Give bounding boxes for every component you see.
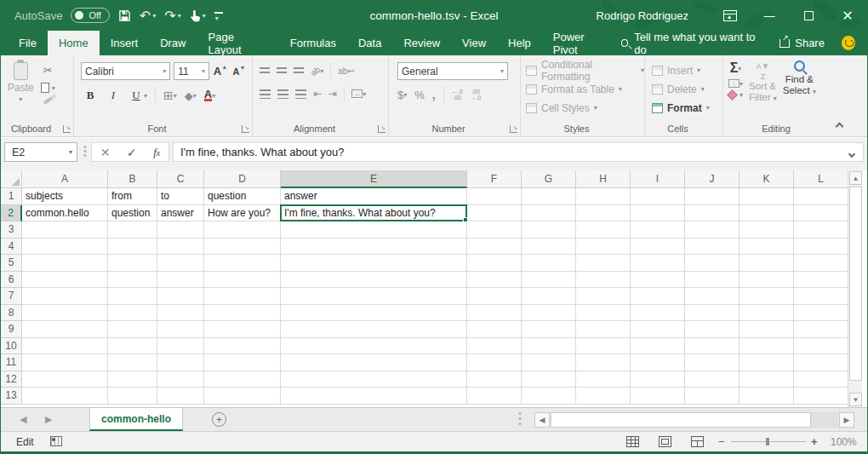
cell-G1[interactable] bbox=[522, 188, 576, 205]
font-color-button[interactable]: A▾ bbox=[204, 89, 215, 101]
redo-button[interactable]: ↷▾ bbox=[164, 8, 180, 24]
cell-K11[interactable] bbox=[740, 354, 794, 371]
number-dialog-launcher[interactable]: ↘ bbox=[510, 125, 517, 133]
column-header-K[interactable]: K bbox=[740, 170, 794, 188]
fill-handle[interactable] bbox=[463, 217, 468, 222]
cell-E9[interactable] bbox=[281, 321, 467, 338]
column-header-D[interactable]: D bbox=[204, 170, 281, 188]
cell-J6[interactable] bbox=[685, 272, 740, 289]
cell-B2[interactable]: question bbox=[108, 205, 157, 222]
cell-C11[interactable] bbox=[157, 354, 204, 371]
row-header-9[interactable]: 9 bbox=[1, 321, 22, 338]
horizontal-scrollbar-thumb[interactable] bbox=[551, 412, 811, 428]
cell-A5[interactable] bbox=[22, 255, 108, 272]
cell-I11[interactable] bbox=[631, 354, 685, 371]
cell-G5[interactable] bbox=[522, 255, 576, 272]
cell-E1[interactable]: answer bbox=[281, 188, 467, 205]
cell-H9[interactable] bbox=[576, 321, 631, 338]
cell-I9[interactable] bbox=[631, 321, 685, 338]
sort-filter-button[interactable]: A▼ Z Sort &Filter ▾ bbox=[749, 60, 777, 104]
comma-style-button[interactable]: , bbox=[432, 88, 436, 101]
cell-K8[interactable] bbox=[740, 305, 794, 322]
cell-A2[interactable]: common.hello bbox=[22, 205, 108, 222]
cell-B13[interactable] bbox=[108, 388, 157, 405]
cell-H2[interactable] bbox=[576, 205, 631, 222]
cell-J9[interactable] bbox=[685, 321, 740, 338]
cell-L1[interactable] bbox=[794, 188, 848, 205]
cell-L6[interactable] bbox=[794, 272, 848, 289]
find-select-button[interactable]: Find &Select ▾ bbox=[783, 60, 816, 97]
bold-button[interactable]: B bbox=[83, 87, 98, 104]
tab-help[interactable]: Help bbox=[497, 31, 542, 55]
name-box-caret-icon[interactable]: ▾ bbox=[69, 148, 72, 156]
cell-F9[interactable] bbox=[467, 321, 522, 338]
cell-I13[interactable] bbox=[631, 388, 685, 405]
insert-cells-button[interactable]: Insert▾ bbox=[652, 62, 700, 78]
normal-view-button[interactable] bbox=[626, 436, 639, 447]
tab-review[interactable]: Review bbox=[392, 31, 451, 55]
cell-K9[interactable] bbox=[740, 321, 794, 338]
minimize-button[interactable]: — bbox=[750, 0, 789, 31]
cell-A7[interactable] bbox=[22, 288, 108, 305]
cell-K4[interactable] bbox=[740, 238, 794, 256]
autosave-toggle[interactable]: Off bbox=[71, 8, 109, 23]
cell-L3[interactable] bbox=[794, 221, 848, 238]
row-header-4[interactable]: 4 bbox=[1, 238, 22, 256]
cell-B10[interactable] bbox=[108, 338, 157, 355]
cell-styles-button[interactable]: Cell Styles▾ bbox=[526, 100, 597, 116]
cell-H3[interactable] bbox=[576, 221, 631, 238]
cell-B6[interactable] bbox=[108, 272, 157, 289]
prev-sheet-icon[interactable]: ◀ bbox=[20, 414, 26, 425]
tell-me-search[interactable]: Tell me what you want to do bbox=[621, 31, 763, 56]
cell-B12[interactable] bbox=[108, 371, 157, 388]
cell-J4[interactable] bbox=[685, 238, 740, 256]
cell-L13[interactable] bbox=[794, 388, 848, 405]
cell-H13[interactable] bbox=[576, 388, 631, 405]
row-header-1[interactable]: 1 bbox=[1, 188, 22, 205]
font-size-combobox[interactable]: 11▾ bbox=[174, 62, 209, 80]
cell-A8[interactable] bbox=[22, 305, 108, 322]
cell-J2[interactable] bbox=[685, 205, 740, 222]
cell-D6[interactable] bbox=[204, 272, 281, 289]
cell-D8[interactable] bbox=[204, 305, 281, 322]
copy-button[interactable]: ▾ bbox=[41, 83, 55, 93]
cell-F10[interactable] bbox=[467, 338, 522, 355]
collapse-ribbon-icon[interactable] bbox=[836, 123, 844, 131]
page-layout-view-button[interactable] bbox=[659, 436, 671, 447]
column-header-L[interactable]: L bbox=[794, 170, 848, 188]
cell-K6[interactable] bbox=[740, 272, 794, 289]
cell-H7[interactable] bbox=[576, 288, 631, 305]
column-header-E[interactable]: E bbox=[281, 170, 467, 188]
cell-B3[interactable] bbox=[108, 221, 157, 238]
confirm-entry-button[interactable]: ✓ bbox=[127, 146, 137, 159]
page-break-view-button[interactable] bbox=[691, 436, 704, 447]
scroll-up-icon[interactable]: ▲ bbox=[849, 171, 862, 185]
cell-H10[interactable] bbox=[576, 338, 631, 355]
cell-D9[interactable] bbox=[204, 321, 281, 338]
cell-I5[interactable] bbox=[631, 255, 685, 272]
align-left-icon[interactable] bbox=[260, 89, 271, 99]
cell-J1[interactable] bbox=[685, 188, 740, 205]
number-format-combobox[interactable]: General▾ bbox=[397, 62, 508, 80]
increase-decimal-button[interactable]: ←.0.00 bbox=[452, 89, 463, 101]
cell-D5[interactable] bbox=[204, 255, 281, 272]
cell-E4[interactable] bbox=[281, 238, 467, 256]
cell-A3[interactable] bbox=[22, 221, 108, 238]
cell-C6[interactable] bbox=[157, 272, 204, 289]
cell-F6[interactable] bbox=[467, 272, 522, 289]
autosum-button[interactable]: Σ▾ bbox=[730, 60, 742, 76]
wrap-text-button[interactable]: ab↩ bbox=[338, 66, 355, 76]
cell-I1[interactable] bbox=[631, 188, 685, 205]
increase-indent-icon[interactable]: ⇥ bbox=[328, 88, 337, 100]
clear-button[interactable]: ▾ bbox=[728, 91, 743, 99]
cell-E10[interactable] bbox=[281, 338, 467, 355]
cell-I10[interactable] bbox=[631, 338, 685, 355]
row-header-5[interactable]: 5 bbox=[1, 255, 22, 272]
format-painter-icon[interactable] bbox=[43, 96, 53, 105]
cell-A11[interactable] bbox=[22, 354, 108, 371]
cell-C10[interactable] bbox=[157, 338, 204, 355]
formula-input[interactable]: I'm fine, thanks. What about you? bbox=[173, 142, 864, 162]
cell-B5[interactable] bbox=[108, 255, 157, 272]
cell-L5[interactable] bbox=[794, 255, 848, 272]
fill-color-button[interactable]: ◆▾ bbox=[185, 89, 197, 102]
